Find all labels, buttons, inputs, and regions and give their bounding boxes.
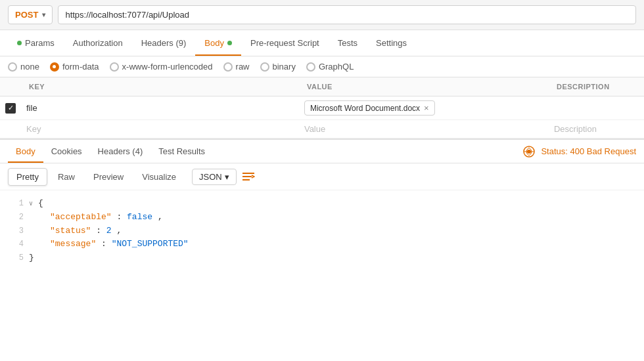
- tab-headers[interactable]: Headers (9): [132, 30, 196, 56]
- params-dot: [17, 41, 22, 45]
- empty-value-cell[interactable]: Value: [299, 120, 549, 138]
- tab-authorization[interactable]: Authorization: [64, 30, 132, 56]
- status-icon: [522, 145, 536, 158]
- radio-raw[interactable]: raw: [223, 62, 250, 72]
- url-bar: POST ▾: [0, 0, 644, 30]
- tab-tests[interactable]: Tests: [329, 30, 367, 56]
- row-checkbox[interactable]: ✓: [5, 103, 16, 114]
- response-tab-test-results[interactable]: Test Results: [150, 140, 213, 163]
- url-input[interactable]: [58, 5, 636, 24]
- status-value: 400 Bad Request: [570, 146, 636, 156]
- radio-graphql-circle: [306, 62, 315, 72]
- radio-urlencoded-circle: [110, 62, 119, 72]
- method-chevron: ▾: [42, 11, 45, 18]
- json-format-select[interactable]: JSON ▾: [192, 169, 237, 185]
- format-raw-button[interactable]: Raw: [50, 169, 83, 185]
- col-header-check: [0, 77, 21, 96]
- radio-form-data[interactable]: form-data: [50, 62, 99, 72]
- row-checkbox-cell: ✓: [0, 96, 21, 120]
- request-tabs: Params Authorization Headers (9) Body Pr…: [0, 30, 644, 56]
- json-line-5: 5 }: [11, 251, 633, 265]
- row-desc-cell: [549, 96, 644, 120]
- radio-raw-circle: [223, 62, 233, 72]
- json-line-3: 3 "status" : 2 ,: [11, 224, 633, 238]
- json-format-chevron: ▾: [225, 172, 229, 182]
- row-value-cell: Microsoft Word Document.docx ×: [299, 96, 549, 120]
- json-line-1: 1 ∨ {: [11, 197, 633, 211]
- form-data-table: KEY VALUE DESCRIPTION ✓ file Microsoft W…: [0, 77, 644, 138]
- table-row: ✓ file Microsoft Word Document.docx ×: [0, 96, 644, 120]
- tab-params[interactable]: Params: [8, 30, 64, 56]
- radio-none-circle: [8, 62, 17, 72]
- response-tab-headers[interactable]: Headers (4): [90, 140, 151, 163]
- row-key-cell: file: [21, 96, 299, 120]
- method-selector[interactable]: POST ▾: [8, 5, 53, 24]
- body-dot: [227, 41, 232, 45]
- status-label: Status: 400 Bad Request: [541, 146, 636, 156]
- wrap-lines-button[interactable]: [239, 167, 258, 186]
- empty-key-cell[interactable]: Key: [21, 120, 299, 138]
- file-tag: Microsoft Word Document.docx ×: [304, 100, 435, 116]
- json-line-2: 2 "acceptable" : false ,: [11, 211, 633, 224]
- tab-settings[interactable]: Settings: [367, 30, 416, 56]
- response-toolbar: Pretty Raw Preview Visualize JSON ▾: [0, 163, 644, 190]
- col-header-key: KEY: [21, 77, 299, 96]
- empty-row: Key Value Description: [0, 120, 644, 138]
- format-preview-button[interactable]: Preview: [85, 169, 131, 185]
- col-header-value: VALUE: [299, 77, 549, 96]
- format-pretty-button[interactable]: Pretty: [8, 168, 47, 186]
- tab-pre-request[interactable]: Pre-request Script: [241, 30, 329, 56]
- response-tabs: Body Cookies Headers (4) Test Results St…: [0, 140, 644, 163]
- radio-binary-circle: [260, 62, 269, 72]
- col-header-description: DESCRIPTION: [549, 77, 644, 96]
- radio-form-data-circle: [50, 62, 59, 72]
- response-tab-cookies[interactable]: Cookies: [43, 140, 90, 163]
- empty-desc-cell[interactable]: Description: [549, 120, 644, 138]
- tab-body[interactable]: Body: [195, 30, 241, 56]
- format-visualize-button[interactable]: Visualize: [134, 169, 184, 185]
- response-tab-body[interactable]: Body: [8, 140, 43, 163]
- empty-check-cell: [0, 120, 21, 138]
- body-type-bar: none form-data x-www-form-urlencoded raw…: [0, 56, 644, 77]
- radio-none[interactable]: none: [8, 62, 39, 72]
- file-remove-button[interactable]: ×: [424, 103, 429, 113]
- json-line-4: 4 "message" : "NOT_SUPPORTED": [11, 238, 633, 251]
- radio-binary[interactable]: binary: [260, 62, 296, 72]
- radio-graphql[interactable]: GraphQL: [306, 62, 354, 72]
- status-badge: Status: 400 Bad Request: [522, 145, 636, 158]
- radio-urlencoded[interactable]: x-www-form-urlencoded: [110, 62, 213, 72]
- json-viewer: 1 ∨ { 2 "acceptable" : false , 3 "status…: [0, 190, 644, 272]
- method-label: POST: [15, 10, 38, 20]
- expand-icon[interactable]: ∨: [29, 199, 33, 209]
- response-section: Body Cookies Headers (4) Test Results St…: [0, 138, 644, 272]
